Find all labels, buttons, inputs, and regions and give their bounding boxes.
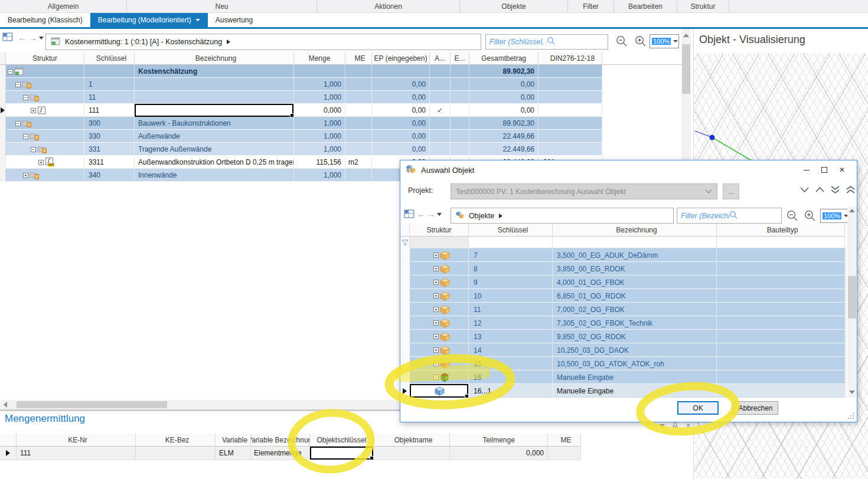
expander-expand-icon[interactable]: + [433,307,439,312]
cell-abgleich[interactable] [430,143,451,156]
table-row[interactable]: −330Außenwände1,0000,0022.449,66 [0,130,683,143]
object-row[interactable]: +83,850_00_EG_RDOK [400,262,846,275]
column-header[interactable]: Objektschlüssel [310,434,374,447]
cell-struktur[interactable]: − [6,78,84,91]
cell-ep[interactable]: 0,00 [372,104,430,117]
cell-din276[interactable] [539,91,602,104]
cell-bauteiltyp[interactable] [717,289,845,303]
column-header[interactable]: EP (eingegeben) [372,52,430,65]
object-row[interactable]: 16...1Manuelle Eingabe [400,384,846,398]
cell-gesamtbetrag[interactable]: 0,00 [469,78,539,91]
cell-bezeichnung[interactable]: 10,500_03_DG_ATOK_ATOK_roh [553,357,717,370]
cell-gesamtbetrag[interactable]: 0,00 [469,104,539,117]
zoom-out-icon[interactable] [615,35,628,50]
column-header[interactable]: Teilmenge [450,434,548,447]
cell-bezeichnung[interactable]: 7,000_02_OG_FBOK [553,303,717,316]
cell-menge[interactable] [294,65,345,78]
column-header[interactable]: A... [430,52,451,65]
cell-me[interactable] [345,65,372,78]
cell-schluessel[interactable]: 15 [469,357,553,370]
cell-schluessel[interactable]: 14 [469,343,553,357]
move-top-icon[interactable] [846,185,856,194]
cell-gesamtbetrag[interactable]: 0,00 [469,91,539,104]
cell-e[interactable] [451,78,469,91]
cell-struktur[interactable]: + [6,169,84,182]
expander-expand-icon[interactable]: + [433,320,439,326]
column-header[interactable]: DIN276-12-18 [539,52,602,65]
zoom-in-icon[interactable] [804,209,817,224]
ribbon-group-filter[interactable]: Filter [568,0,614,12]
cell-ep[interactable]: 0,00 [372,91,430,104]
cell-e[interactable] [451,91,469,104]
nav-forward-icon[interactable]: → [28,29,37,46]
ok-button[interactable]: OK [677,401,719,415]
scrollbar-thumb[interactable] [848,276,856,319]
table-row[interactable]: −11,0000,000,00 [0,78,683,91]
cell-struktur[interactable]: + [410,289,469,303]
expander-collapse-icon[interactable]: − [23,134,28,139]
scrollbar-thumb[interactable] [17,401,167,408]
cell-me[interactable] [345,117,372,130]
cell-abgleich[interactable] [430,130,451,143]
breadcrumb[interactable]: Kostenermittlung: 1 (:0:1) [A] - Kostens… [45,34,481,50]
column-header[interactable]: KE-Nr [17,434,136,447]
cell-struktur[interactable]: + [410,248,469,262]
cell-bauteiltyp[interactable] [717,316,845,330]
cell-struktur[interactable]: +DBD [6,156,84,169]
nav-history-dropdown-icon[interactable] [39,37,44,40]
cell-menge[interactable]: 1,000 [294,78,345,91]
cell-menge[interactable]: 1,000 [294,91,345,104]
column-header[interactable]: KE-Bez [136,434,216,447]
scrollbar-thumb[interactable] [682,44,690,94]
column-header[interactable]: Menge [294,52,345,65]
expander-expand-icon[interactable]: + [433,293,439,298]
move-down-icon[interactable] [800,186,810,193]
nav-forward-icon[interactable]: → [426,206,435,222]
cell-bezeichnung[interactable]: 3,850_00_EG_RDOK [553,262,717,275]
scroll-down-icon[interactable] [849,391,855,394]
cell-me[interactable] [345,91,372,104]
cell-teilmenge[interactable]: 0,000 [450,447,548,460]
cell-bauteiltyp[interactable] [717,370,845,384]
cell-me[interactable] [345,78,372,91]
cell-menge[interactable]: 1,000 [294,117,345,130]
cell-struktur[interactable]: + [410,316,469,330]
cell-gesamtbetrag[interactable]: 22.449,66 [469,143,539,156]
cell-bezeichnung[interactable]: 6,850_01_OG_RDOK [553,289,717,303]
expander-collapse-icon[interactable]: − [31,147,36,152]
dialog-breadcrumb[interactable]: Objekte [451,208,674,224]
bezeichnung-edit-cell[interactable] [135,104,294,117]
expander-expand-icon[interactable]: + [38,160,44,165]
expander-expand-icon[interactable]: + [433,266,439,271]
filter-funnel-icon[interactable] [400,237,410,248]
table-row[interactable]: +1110,0000,00✓0,00 [0,104,683,117]
column-header[interactable]: ME [345,52,372,65]
cell-schluessel[interactable]: 12 [469,316,553,330]
cell-schluessel[interactable]: 13 [469,330,553,343]
ribbon-group-bearbeiten[interactable]: Bearbeiten [614,0,677,12]
cell-e[interactable] [451,143,469,156]
cell-schluessel[interactable]: 10 [469,289,553,303]
expander-expand-icon[interactable]: + [433,361,439,366]
cell-struktur[interactable]: − [6,65,84,78]
expander-collapse-icon[interactable]: − [8,69,13,74]
cell-abgleich[interactable] [430,91,451,104]
zoom-level-combo[interactable]: 100% [820,209,849,223]
expander-expand-icon[interactable]: + [23,173,28,178]
nav-history-dropdown-icon[interactable] [437,213,442,216]
column-header[interactable]: Gesamtbetrag [469,52,539,65]
ribbon-group-neu[interactable]: Neu [127,0,317,12]
table-row[interactable]: −300Bauwerk - Baukonstruktionen1,0000,00… [0,117,683,130]
cell-ke-bez[interactable] [136,447,216,460]
scroll-up-icon[interactable] [683,34,689,37]
cell-struktur[interactable]: + [410,343,469,357]
cell-schluessel[interactable]: 16 [469,370,553,384]
cell-e[interactable] [451,104,469,117]
cell-menge[interactable]: 1,000 [294,169,345,182]
cell-bezeichnung[interactable]: 10,250_03_DG_DAOK [553,343,717,357]
cell-din276[interactable] [539,143,602,156]
ribbon-group-objekte[interactable]: Objekte [460,0,568,12]
cell-bezeichnung[interactable]: Innenwände [135,169,294,182]
cell-struktur[interactable]: − [6,130,84,143]
dialog-titlebar[interactable]: Auswahl Objekt ✕ [400,160,857,179]
